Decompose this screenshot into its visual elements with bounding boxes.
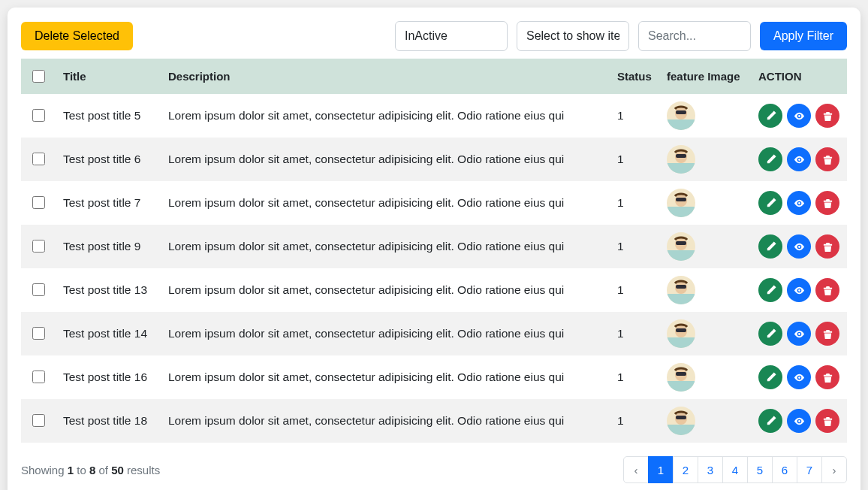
- row-title: Test post title 16: [56, 355, 161, 399]
- delete-button[interactable]: [815, 147, 839, 171]
- view-button[interactable]: [787, 191, 811, 215]
- table-row: Test post title 14 Lorem ipsum dolor sit…: [21, 312, 847, 355]
- eye-icon: [794, 241, 805, 253]
- pagination-next[interactable]: ›: [821, 456, 847, 483]
- edit-icon: [765, 154, 776, 165]
- trash-icon: [822, 285, 833, 296]
- pagination-page[interactable]: 7: [797, 456, 822, 483]
- row-status: 1: [610, 94, 659, 138]
- row-status: 1: [610, 355, 659, 399]
- view-button[interactable]: [787, 104, 811, 128]
- pagination-page[interactable]: 5: [747, 456, 773, 483]
- row-checkbox[interactable]: [32, 240, 45, 253]
- status-filter-select[interactable]: [395, 21, 508, 51]
- row-feature-image: [659, 312, 751, 355]
- view-button[interactable]: [787, 409, 811, 433]
- select-all-checkbox[interactable]: [32, 70, 45, 83]
- row-title: Test post title 5: [56, 94, 161, 138]
- eye-icon: [794, 285, 805, 296]
- delete-button[interactable]: [815, 278, 839, 302]
- row-checkbox[interactable]: [32, 283, 45, 296]
- row-checkbox[interactable]: [32, 414, 45, 427]
- avatar: [667, 101, 695, 130]
- trash-icon: [822, 328, 833, 340]
- edit-button[interactable]: [758, 147, 782, 171]
- edit-button[interactable]: [758, 104, 782, 128]
- row-description: Lorem ipsum dolor sit amet, consectetur …: [161, 225, 610, 268]
- col-title: Title: [56, 59, 161, 94]
- edit-button[interactable]: [758, 234, 782, 259]
- edit-button[interactable]: [758, 322, 782, 346]
- eye-icon: [794, 328, 805, 340]
- delete-button[interactable]: [815, 191, 839, 215]
- view-button[interactable]: [787, 147, 811, 171]
- row-description: Lorem ipsum dolor sit amet, consectetur …: [161, 399, 610, 443]
- posts-table: Title Description Status feature Image A…: [21, 59, 847, 443]
- delete-selected-button[interactable]: Delete Selected: [21, 22, 133, 51]
- edit-icon: [765, 372, 776, 383]
- trash-icon: [822, 241, 833, 253]
- apply-filter-button[interactable]: Apply Filter: [760, 22, 847, 51]
- search-input[interactable]: [638, 21, 751, 51]
- pagination-page[interactable]: 1: [648, 456, 674, 483]
- avatar: [667, 407, 695, 435]
- pagination-page[interactable]: 4: [722, 456, 748, 483]
- delete-button[interactable]: [815, 365, 839, 389]
- table-row: Test post title 18 Lorem ipsum dolor sit…: [21, 399, 847, 443]
- edit-icon: [765, 110, 776, 122]
- table-footer: Showing 1 to 8 of 50 results ‹1234567›: [21, 456, 847, 483]
- edit-icon: [765, 416, 776, 427]
- eye-icon: [794, 198, 805, 209]
- row-status: 1: [610, 138, 659, 181]
- view-button[interactable]: [787, 365, 811, 389]
- row-description: Lorem ipsum dolor sit amet, consectetur …: [161, 138, 610, 181]
- row-status: 1: [610, 225, 659, 268]
- row-actions: [758, 322, 839, 346]
- view-button[interactable]: [787, 278, 811, 302]
- row-checkbox[interactable]: [32, 109, 45, 122]
- edit-button[interactable]: [758, 365, 782, 389]
- table-row: Test post title 9 Lorem ipsum dolor sit …: [21, 225, 847, 268]
- delete-button[interactable]: [815, 322, 839, 346]
- row-description: Lorem ipsum dolor sit amet, consectetur …: [161, 181, 610, 225]
- row-actions: [758, 365, 839, 389]
- row-status: 1: [610, 399, 659, 443]
- row-title: Test post title 14: [56, 312, 161, 355]
- edit-button[interactable]: [758, 409, 782, 433]
- avatar: [667, 276, 695, 304]
- pagination-page[interactable]: 6: [772, 456, 797, 483]
- view-button[interactable]: [787, 322, 811, 346]
- items-per-page-select[interactable]: [517, 21, 629, 51]
- col-action: ACTION: [751, 59, 847, 94]
- row-feature-image: [659, 268, 751, 312]
- delete-button[interactable]: [815, 104, 839, 128]
- table-row: Test post title 6 Lorem ipsum dolor sit …: [21, 138, 847, 181]
- row-description: Lorem ipsum dolor sit amet, consectetur …: [161, 355, 610, 399]
- pagination-prev[interactable]: ‹: [623, 456, 649, 483]
- row-actions: [758, 234, 839, 259]
- results-summary: Showing 1 to 8 of 50 results: [21, 464, 160, 476]
- eye-icon: [794, 416, 805, 427]
- pagination-page[interactable]: 3: [698, 456, 723, 483]
- row-checkbox[interactable]: [32, 327, 45, 340]
- row-title: Test post title 6: [56, 138, 161, 181]
- row-checkbox[interactable]: [32, 196, 45, 209]
- pagination: ‹1234567›: [624, 456, 847, 483]
- view-button[interactable]: [787, 234, 811, 259]
- delete-button[interactable]: [815, 234, 839, 259]
- row-description: Lorem ipsum dolor sit amet, consectetur …: [161, 94, 610, 138]
- toolbar: Delete Selected Apply Filter: [21, 21, 847, 51]
- row-description: Lorem ipsum dolor sit amet, consectetur …: [161, 312, 610, 355]
- trash-icon: [822, 416, 833, 427]
- row-checkbox[interactable]: [32, 371, 45, 383]
- edit-button[interactable]: [758, 191, 782, 215]
- delete-button[interactable]: [815, 409, 839, 433]
- edit-button[interactable]: [758, 278, 782, 302]
- col-status: Status: [610, 59, 659, 94]
- row-checkbox[interactable]: [32, 153, 45, 165]
- eye-icon: [794, 372, 805, 383]
- row-actions: [758, 147, 839, 171]
- pagination-page[interactable]: 2: [673, 456, 698, 483]
- eye-icon: [794, 154, 805, 165]
- trash-icon: [822, 154, 833, 165]
